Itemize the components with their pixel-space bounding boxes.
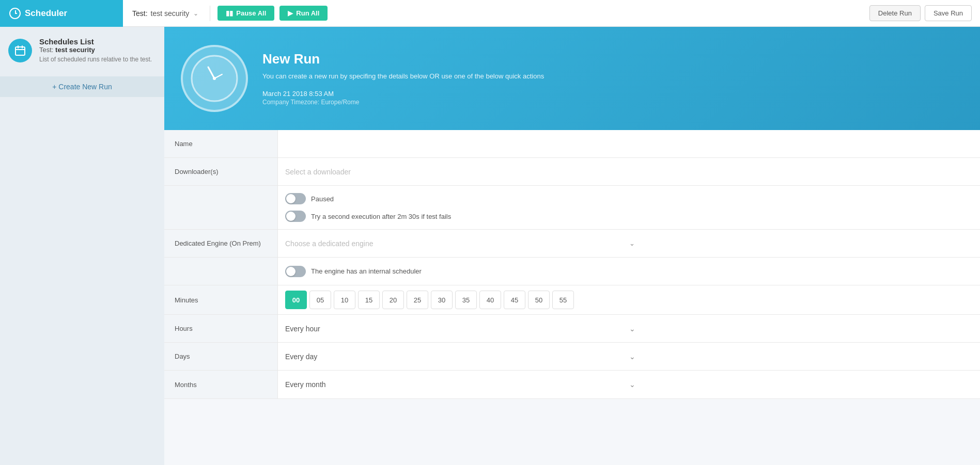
test-select[interactable]: test security ⌄ xyxy=(151,9,199,18)
test-selector-area: Test: test security ⌄ xyxy=(123,9,208,18)
hero-title: New Run xyxy=(262,51,544,67)
minute-chip-35[interactable]: 35 xyxy=(455,291,477,309)
run-all-label: Run All xyxy=(296,9,319,17)
logo: Scheduler xyxy=(0,0,123,27)
minute-chip-00[interactable]: 00 xyxy=(285,291,307,309)
topbar: Scheduler Test: test security ⌄ ▮▮ Pause… xyxy=(0,0,980,27)
hours-dropdown[interactable]: Every hour ⌄ xyxy=(285,324,973,334)
hero-date: March 21 2018 8:53 AM xyxy=(262,90,544,98)
retry-label: Try a second execution after 2m 30s if t… xyxy=(311,213,451,220)
dedicated-engine-row: Dedicated Engine (On Prem) Choose a dedi… xyxy=(164,230,980,258)
minute-chip-20[interactable]: 20 xyxy=(382,291,404,309)
hours-chevron-icon: ⌄ xyxy=(629,325,973,333)
name-label: Name xyxy=(164,130,278,157)
svg-rect-0 xyxy=(15,47,25,55)
downloaders-placeholder: Select a downloader xyxy=(285,168,973,176)
minute-chip-40[interactable]: 40 xyxy=(479,291,501,309)
main-content: New Run You can create a new run by spec… xyxy=(164,27,980,465)
toggles-row: Paused Try a second execution after 2m 3… xyxy=(164,186,980,230)
paused-toggle[interactable] xyxy=(285,193,306,204)
pause-all-button[interactable]: ▮▮ Pause All xyxy=(217,6,274,21)
minute-chip-10[interactable]: 10 xyxy=(334,291,355,309)
hours-row: Hours Every hour ⌄ xyxy=(164,315,980,343)
name-control xyxy=(278,130,980,157)
sidebar-description: List of scheduled runs relative to the t… xyxy=(39,55,152,64)
sidebar-test-name: Test: test security xyxy=(39,46,152,54)
test-label: Test: xyxy=(132,9,148,18)
hours-label: Hours xyxy=(164,315,278,342)
internal-scheduler-label-empty xyxy=(164,258,278,285)
sidebar-header: Schedules List Test: test security List … xyxy=(0,27,164,72)
dedicated-engine-select[interactable]: Choose a dedicated engine ⌄ xyxy=(285,239,973,248)
minutes-label: Minutes xyxy=(164,285,278,314)
months-value: Every month xyxy=(285,380,629,389)
minute-chip-45[interactable]: 45 xyxy=(504,291,525,309)
days-control: Every day ⌄ xyxy=(278,343,980,370)
days-chevron-icon: ⌄ xyxy=(629,352,973,361)
paused-label: Paused xyxy=(311,195,334,203)
create-new-run-button[interactable]: + Create New Run xyxy=(0,76,164,97)
dedicated-engine-control: Choose a dedicated engine ⌄ xyxy=(278,230,980,257)
main-layout: Schedules List Test: test security List … xyxy=(0,27,980,465)
test-select-chevron-icon: ⌄ xyxy=(193,10,198,17)
scheduler-clock-icon xyxy=(9,8,21,19)
minutes-row: Minutes 000510152025303540455055 xyxy=(164,285,980,315)
pause-icon: ▮▮ xyxy=(226,9,233,17)
minute-chip-15[interactable]: 15 xyxy=(358,291,380,309)
days-row: Days Every day ⌄ xyxy=(164,343,980,371)
topbar-actions: ▮▮ Pause All ▶ Run All xyxy=(217,6,328,21)
sidebar: Schedules List Test: test security List … xyxy=(0,27,164,465)
paused-toggle-item: Paused xyxy=(285,193,973,204)
hero-timezone: Company Timezone: Europe/Rome xyxy=(262,99,544,106)
minute-chip-50[interactable]: 50 xyxy=(528,291,550,309)
downloaders-select[interactable]: Select a downloader xyxy=(285,168,973,176)
days-label: Days xyxy=(164,343,278,370)
sidebar-title: Schedules List xyxy=(39,37,152,46)
minute-chip-25[interactable]: 25 xyxy=(407,291,428,309)
logo-label: Scheduler xyxy=(25,8,67,19)
hours-value: Every hour xyxy=(285,325,629,333)
downloaders-control: Select a downloader xyxy=(278,158,980,185)
months-label: Months xyxy=(164,371,278,398)
svg-point-4 xyxy=(213,77,216,80)
minutes-chips: 000510152025303540455055 xyxy=(278,285,980,314)
sidebar-info: Schedules List Test: test security List … xyxy=(39,37,152,64)
sidebar-calendar-icon xyxy=(8,39,32,62)
form-section: Name Downloader(s) Select a downloader xyxy=(164,130,980,399)
internal-scheduler-toggle[interactable] xyxy=(285,266,306,277)
hero-text: New Run You can create a new run by spec… xyxy=(262,51,544,106)
minute-chip-30[interactable]: 30 xyxy=(431,291,453,309)
retry-toggle[interactable] xyxy=(285,211,306,222)
sidebar-test-prefix: Test: xyxy=(39,46,53,54)
test-name-value: test security xyxy=(151,9,190,18)
hero-subtitle: You can create a new run by specifing th… xyxy=(262,71,544,82)
run-icon: ▶ xyxy=(288,9,293,17)
name-input[interactable] xyxy=(285,140,973,148)
toggles-area: Paused Try a second execution after 2m 3… xyxy=(278,186,980,229)
months-row: Months Every month ⌄ xyxy=(164,371,980,398)
days-dropdown[interactable]: Every day ⌄ xyxy=(285,351,973,362)
topbar-right-actions: Delete Run Save Run xyxy=(869,5,980,21)
dedicated-engine-chevron-icon: ⌄ xyxy=(629,239,973,247)
downloaders-label: Downloader(s) xyxy=(164,158,278,185)
internal-scheduler-label: The engine has an internal scheduler xyxy=(311,267,422,275)
internal-scheduler-row: The engine has an internal scheduler xyxy=(164,258,980,285)
months-dropdown[interactable]: Every month ⌄ xyxy=(285,379,973,390)
minute-chip-05[interactable]: 05 xyxy=(309,291,331,309)
hero-clock-graphic xyxy=(181,45,248,112)
toggles-label-empty xyxy=(164,186,278,229)
run-all-button[interactable]: ▶ Run All xyxy=(279,6,328,21)
internal-scheduler-control: The engine has an internal scheduler xyxy=(278,258,980,285)
delete-run-button[interactable]: Delete Run xyxy=(869,5,921,21)
internal-scheduler-toggle-item: The engine has an internal scheduler xyxy=(285,266,422,277)
minute-chip-55[interactable]: 55 xyxy=(552,291,574,309)
name-row: Name xyxy=(164,130,980,158)
months-control: Every month ⌄ xyxy=(278,371,980,398)
save-run-button[interactable]: Save Run xyxy=(925,5,972,21)
hours-control: Every hour ⌄ xyxy=(278,315,980,342)
hero-banner: New Run You can create a new run by spec… xyxy=(164,27,980,130)
sidebar-test-name-value: test security xyxy=(55,46,95,54)
pause-all-label: Pause All xyxy=(236,9,266,17)
days-value: Every day xyxy=(285,352,629,361)
hero-datetime: March 21 2018 8:53 AM Company Timezone: … xyxy=(262,90,544,106)
